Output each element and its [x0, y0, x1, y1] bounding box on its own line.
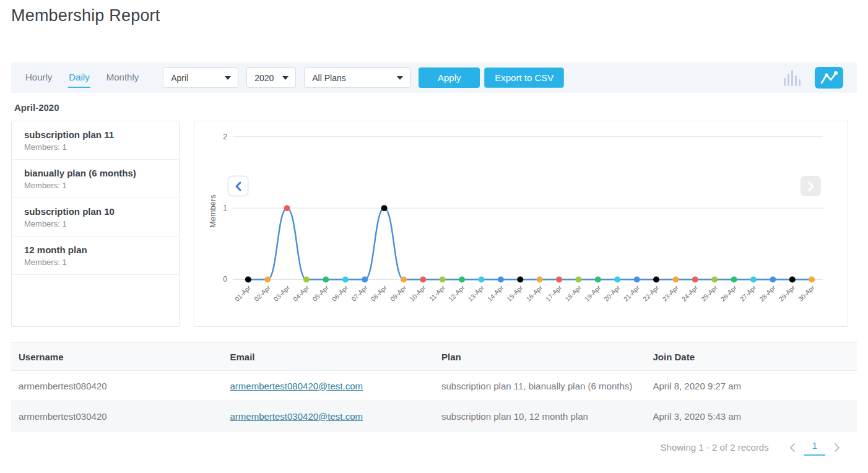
x-tick-label: 05-Apr [311, 284, 330, 303]
data-point-23-Apr [672, 276, 679, 282]
cell-join-date: April 8, 2020 9:27 am [646, 371, 857, 401]
toolbar: HourlyDailyMonthly April 2020 All Plans … [11, 63, 857, 93]
data-point-30-Apr [809, 276, 815, 282]
bar-chart-icon[interactable] [784, 69, 801, 86]
x-tick-label: 16-Apr [525, 284, 544, 303]
plan-name: subscription plan 11 [24, 129, 167, 140]
x-tick-label: 11-Apr [428, 284, 447, 303]
x-tick-label: 26-Apr [719, 284, 738, 303]
x-tick-label: 24-Apr [680, 284, 699, 303]
period-heading: April-2020 [14, 102, 868, 113]
x-tick-label: 14-Apr [486, 284, 505, 303]
plan-list-item: subscription plan 11Members: 1 [12, 121, 179, 160]
pagination-prev-button[interactable] [784, 440, 801, 455]
x-tick-label: 30-Apr [797, 284, 816, 303]
chart-prev-button[interactable] [228, 176, 248, 196]
chevron-left-icon [789, 443, 796, 453]
pagination-next-button[interactable] [828, 440, 846, 455]
data-point-19-Apr [595, 276, 601, 282]
page-title: Membership Report [11, 6, 868, 25]
membership-report-page: Membership Report HourlyDailyMonthly Apr… [0, 6, 868, 473]
plan-name: bianually plan (6 months) [24, 168, 167, 178]
members-table-body: armembertest080420armembertest080420@tes… [11, 371, 857, 432]
members-line-chart: 012Members01-Apr02-Apr03-Apr04-Apr05-Apr… [194, 121, 848, 326]
email-link[interactable]: armembertest080420@test.com [230, 381, 363, 391]
plan-select[interactable]: All Plans [304, 67, 410, 88]
x-tick-label: 15-Apr [506, 284, 524, 303]
cell-username: armembertest030420 [11, 401, 223, 432]
tab-daily[interactable]: Daily [68, 67, 90, 88]
tab-monthly[interactable]: Monthly [106, 67, 140, 88]
data-point-07-Apr [362, 276, 368, 282]
table-row: armembertest030420armembertest030420@tes… [11, 401, 857, 432]
plan-name: 12 month plan [24, 245, 167, 255]
data-point-20-Apr [614, 276, 620, 282]
apply-button[interactable]: Apply [419, 67, 480, 88]
plan-list-item: bianually plan (6 months)Members: 1 [12, 160, 179, 198]
pagination-page[interactable]: 1 [804, 439, 825, 456]
data-point-14-Apr [498, 276, 504, 282]
email-link[interactable]: armembertest030420@test.com [230, 411, 363, 422]
cell-email: armembertest030420@test.com [223, 401, 435, 432]
cell-username: armembertest080420 [11, 371, 223, 401]
x-tick-label: 25-Apr [700, 284, 719, 303]
data-point-28-Apr [770, 276, 776, 282]
chart-next-button[interactable] [801, 176, 821, 196]
data-point-09-Apr [401, 276, 407, 282]
data-point-13-Apr [479, 276, 485, 282]
data-point-12-Apr [459, 276, 465, 282]
x-tick-label: 29-Apr [778, 284, 796, 303]
month-select-wrap: April [163, 67, 238, 88]
data-point-06-Apr [342, 276, 349, 282]
year-select[interactable]: 2020 [246, 67, 296, 88]
data-point-17-Apr [556, 276, 562, 282]
members-line-series [248, 208, 812, 279]
data-point-27-Apr [750, 276, 757, 282]
x-tick-label: 07-Apr [350, 284, 369, 303]
chevron-right-icon [807, 181, 815, 191]
data-point-26-Apr [731, 276, 737, 282]
plan-list-item: 12 month planMembers: 1 [12, 236, 179, 275]
cell-plan: subscription plan 10, 12 month plan [434, 401, 646, 432]
x-tick-label: 09-Apr [389, 284, 407, 303]
view-tabs: HourlyDailyMonthly [25, 67, 155, 88]
x-tick-label: 23-Apr [661, 284, 680, 303]
x-tick-label: 03-Apr [272, 284, 291, 303]
data-point-02-Apr [264, 276, 271, 282]
plan-members-count: Members: 1 [24, 219, 167, 228]
line-chart-icon[interactable] [815, 67, 843, 89]
pagination-summary: Showing 1 - 2 of 2 records [661, 442, 769, 453]
y-tick-label: 1 [223, 204, 227, 212]
x-tick-label: 06-Apr [331, 284, 349, 303]
column-header-email: Email [223, 343, 435, 371]
x-tick-label: 20-Apr [603, 284, 622, 303]
plan-name: subscription plan 10 [24, 206, 167, 217]
chevron-left-icon [234, 181, 243, 191]
export-csv-button[interactable]: Export to CSV [484, 67, 564, 88]
members-table: Username Email Plan Join Date armemberte… [11, 342, 857, 432]
x-tick-label: 12-Apr [448, 284, 466, 303]
pagination: Showing 1 - 2 of 2 records 1 [0, 439, 846, 456]
cell-email: armembertest080420@test.com [223, 371, 435, 401]
cell-join-date: April 3, 2020 5:43 am [646, 401, 857, 432]
content-row: subscription plan 11Members: 1bianually … [11, 121, 857, 327]
plan-list-item: subscription plan 10Members: 1 [12, 198, 179, 236]
data-point-04-Apr [303, 276, 310, 282]
x-tick-label: 08-Apr [370, 284, 388, 303]
data-point-11-Apr [440, 276, 446, 282]
month-select[interactable]: April [163, 67, 238, 88]
plans-list: subscription plan 11Members: 1bianually … [11, 121, 180, 327]
plan-members-count: Members: 1 [24, 258, 167, 267]
data-point-25-Apr [711, 276, 718, 282]
x-tick-label: 10-Apr [409, 284, 427, 303]
data-point-16-Apr [537, 276, 543, 282]
tab-hourly[interactable]: Hourly [25, 67, 53, 88]
x-tick-label: 22-Apr [641, 284, 660, 303]
year-select-wrap: 2020 [246, 67, 296, 88]
plan-select-wrap: All Plans [304, 67, 410, 88]
x-tick-label: 21-Apr [622, 284, 641, 303]
data-point-15-Apr [517, 276, 523, 282]
column-header-plan: Plan [434, 343, 646, 371]
data-point-05-Apr [323, 276, 329, 282]
y-axis-label: Members [208, 194, 217, 228]
